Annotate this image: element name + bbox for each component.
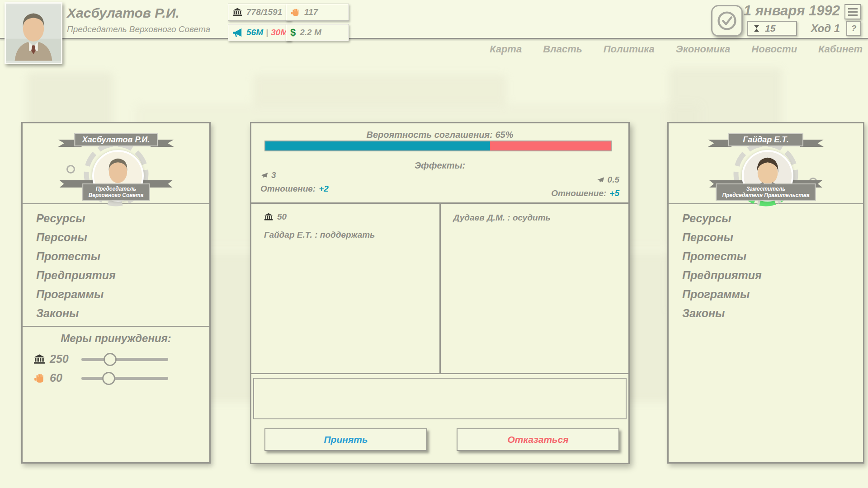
- character-header: Гайдар Е.Т. Заместитель Председателя Пра…: [669, 123, 863, 203]
- relation-label: Отношение:: [551, 188, 606, 198]
- player-title: Председатель Верховного Совета: [67, 24, 210, 34]
- counter-column: Дудаев Д.М. : осудить: [439, 204, 629, 373]
- turn-label: Ход 1: [796, 22, 840, 35]
- offer-cost-value: 50: [277, 212, 287, 222]
- character-title-line2: Председателя Правительства: [722, 192, 809, 198]
- money-value: 2.2 M: [300, 28, 321, 38]
- offer-text: Гайдар Е.Т. : поддержать: [264, 230, 433, 240]
- media-opposition-value: 30M: [271, 28, 288, 38]
- dollar-icon: $: [290, 27, 296, 38]
- bank-icon: [33, 353, 45, 365]
- date-label: 1 января 1992: [729, 3, 840, 19]
- menu-item-enterprises[interactable]: Предприятия: [36, 270, 206, 281]
- message-box: [253, 378, 627, 419]
- bank-icon: [264, 212, 273, 221]
- decline-label: Отказаться: [507, 434, 568, 445]
- menu-item-protests[interactable]: Протесты: [36, 251, 206, 262]
- help-label: ?: [851, 23, 857, 33]
- actions-left-value: 15: [765, 23, 775, 34]
- character-title-line2: Верховного Совета: [89, 192, 144, 198]
- authority-coercion-value: 250: [50, 352, 69, 366]
- decline-button[interactable]: Отказаться: [457, 428, 619, 451]
- influence-icon: [260, 172, 268, 179]
- fist-icon: [290, 7, 300, 17]
- negotiation-dialog: Вероятность соглашения: 65% Эффекты: 3 О…: [250, 122, 630, 464]
- coercion-heading: Меры принуждения:: [23, 332, 209, 345]
- relation-value: +5: [609, 188, 619, 198]
- help-button[interactable]: ?: [846, 21, 861, 36]
- left-character-panel: Хасбулатов Р.И. Председатель Верховного …: [21, 122, 211, 464]
- tab-economy[interactable]: Экономика: [676, 43, 731, 55]
- topbar-divider: [0, 38, 868, 39]
- media-resource-box[interactable]: 56M|30M: [228, 24, 291, 41]
- main-navigation: Карта Власть Политика Экономика Новости …: [490, 43, 863, 55]
- counter-text: Дудаев Д.М. : осудить: [453, 213, 623, 223]
- menu-item-programs[interactable]: Программы: [36, 289, 206, 300]
- authority-coercion-row: 250: [23, 352, 209, 368]
- offer-cost: 50: [264, 212, 287, 222]
- character-menu: Ресурсы Персоны Протесты Предприятия Про…: [36, 213, 206, 327]
- character-title-line1: Председатель: [89, 186, 144, 192]
- tab-news[interactable]: Новости: [751, 43, 797, 55]
- megaphone-icon: [232, 28, 242, 38]
- player-name: Хасбулатов Р.И.: [67, 5, 179, 21]
- bank-icon: [232, 7, 242, 17]
- accept-button[interactable]: Принять: [264, 428, 427, 451]
- character-header: Хасбулатов Р.И. Председатель Верховного …: [23, 123, 209, 203]
- own-effects: 3 Отношение: +2: [260, 170, 329, 194]
- demands-area: 50 Гайдар Е.Т. : поддержать Дудаев Д.М. …: [251, 202, 628, 374]
- authority-value: 778/1591: [246, 7, 282, 17]
- menu-item-laws[interactable]: Законы: [36, 308, 206, 319]
- tab-power[interactable]: Власть: [543, 43, 582, 55]
- character-title-line1: Заместитель: [722, 186, 809, 192]
- menu-icon[interactable]: [844, 4, 861, 19]
- authority-coercion-slider[interactable]: [81, 358, 168, 361]
- probability-fill: [265, 141, 490, 150]
- effects-heading: Эффекты:: [251, 160, 628, 171]
- ribbon-tail: [800, 140, 824, 147]
- character-title: Председатель Верховного Совета: [82, 183, 150, 201]
- divider: [23, 326, 209, 327]
- menu-item-protests[interactable]: Протесты: [682, 251, 859, 262]
- menu-item-resources[interactable]: Ресурсы: [682, 213, 859, 224]
- tab-map[interactable]: Карта: [490, 43, 522, 55]
- relation-label: Отношение:: [260, 184, 316, 194]
- their-effects: 0.5 Отношение: +5: [551, 175, 619, 198]
- force-coercion-row: 60: [23, 371, 209, 387]
- character-name: Хасбулатов Р.И.: [74, 133, 158, 146]
- player-portrait-image: [6, 4, 61, 63]
- menu-item-persons[interactable]: Персоны: [682, 232, 859, 243]
- actions-left-box: 15: [747, 21, 797, 36]
- slider-thumb[interactable]: [102, 372, 115, 385]
- offer-column: 50 Гайдар Е.Т. : поддержать: [251, 204, 439, 373]
- fist-icon: [33, 372, 45, 384]
- force-coercion-value: 60: [50, 371, 62, 385]
- slider-thumb[interactable]: [104, 353, 117, 366]
- tab-cabinet[interactable]: Кабинет: [818, 43, 863, 55]
- agreement-probability-bar: [264, 141, 612, 151]
- menu-item-programs[interactable]: Программы: [682, 289, 859, 300]
- force-resource-box[interactable]: 117: [286, 4, 349, 21]
- menu-item-enterprises[interactable]: Предприятия: [682, 270, 859, 281]
- influence-value: 0.5: [608, 175, 619, 185]
- force-value: 117: [304, 7, 318, 17]
- influence-icon: [597, 176, 604, 184]
- player-portrait[interactable]: [5, 2, 62, 64]
- relation-value: +2: [319, 184, 329, 194]
- authority-resource-box[interactable]: 778/1591: [228, 4, 291, 21]
- media-support-value: 56M: [246, 28, 263, 38]
- media-divider: |: [266, 28, 268, 38]
- relation-marker: [66, 165, 75, 174]
- menu-item-resources[interactable]: Ресурсы: [36, 213, 206, 224]
- tab-politics[interactable]: Политика: [604, 43, 655, 55]
- agreement-probability-label: Вероятность соглашения: 65%: [251, 130, 628, 140]
- force-coercion-slider[interactable]: [81, 377, 168, 380]
- menu-item-laws[interactable]: Законы: [682, 308, 859, 319]
- menu-item-persons[interactable]: Персоны: [36, 232, 206, 243]
- money-resource-box[interactable]: $ 2.2 M: [286, 24, 349, 41]
- character-menu: Ресурсы Персоны Протесты Предприятия Про…: [682, 213, 859, 327]
- character-name: Гайдар Е.Т.: [728, 133, 803, 146]
- accept-label: Принять: [324, 434, 368, 445]
- character-title: Заместитель Председателя Правительства: [716, 183, 816, 201]
- right-character-panel: Гайдар Е.Т. Заместитель Председателя Пра…: [667, 122, 864, 464]
